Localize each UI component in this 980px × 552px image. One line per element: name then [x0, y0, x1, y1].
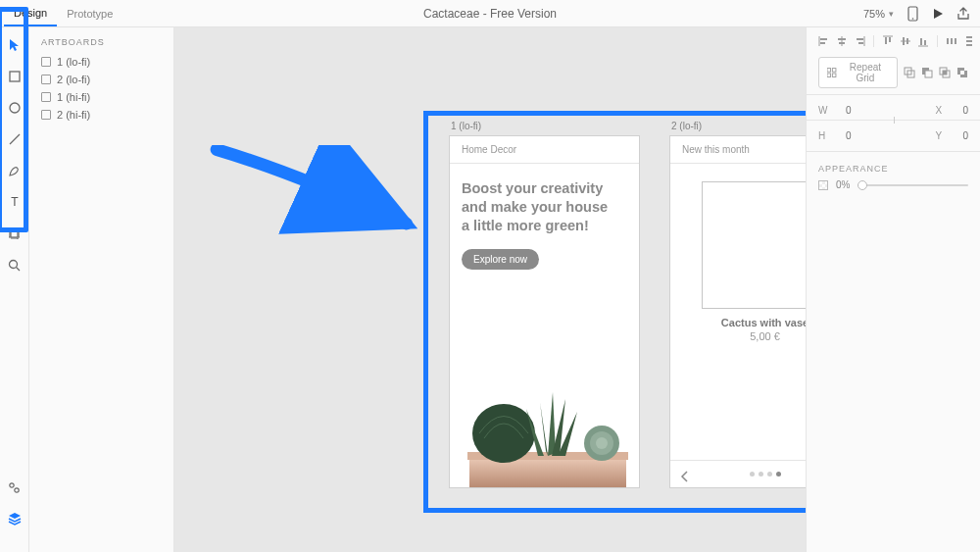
appearance-header: APPEARANCE — [818, 164, 968, 174]
repeat-grid-label: Repeat Grid — [842, 62, 889, 83]
mode-tabs: Design Prototype — [4, 0, 122, 26]
rectangle-tool-icon[interactable] — [7, 69, 23, 84]
svg-rect-6 — [11, 230, 18, 237]
y-label: Y — [935, 130, 945, 141]
artboard-item[interactable]: 2 (hi-fi) — [29, 106, 173, 124]
opacity-value[interactable]: 0% — [836, 179, 850, 190]
tab-prototype[interactable]: Prototype — [57, 0, 122, 26]
artboard-tool-icon[interactable] — [7, 226, 23, 241]
svg-rect-51 — [943, 71, 947, 75]
opacity-swatch-icon — [818, 180, 828, 190]
boolean-add-icon[interactable] — [904, 67, 915, 78]
svg-rect-18 — [820, 38, 827, 40]
svg-rect-44 — [832, 73, 836, 76]
zoom-tool-icon[interactable] — [7, 257, 23, 273]
svg-point-3 — [10, 103, 20, 113]
distribute-v-icon[interactable] — [963, 35, 975, 47]
device-preview-icon[interactable] — [906, 7, 919, 21]
h-value[interactable]: 0 — [846, 130, 852, 141]
chevron-down-icon: ▾ — [889, 9, 894, 19]
artboard-2[interactable]: 2 (lo-fi) New this month ••• Cactus with… — [669, 121, 806, 488]
phone-footer — [670, 460, 806, 487]
artboard-icon — [41, 110, 51, 120]
svg-rect-24 — [857, 38, 863, 40]
artboard-item[interactable]: 2 (lo-fi) — [29, 71, 173, 88]
svg-point-1 — [911, 18, 913, 20]
product-title: Cactus with vase — [682, 317, 806, 328]
canvas[interactable]: 1 (lo-fi) Home Decor Boost your creativi… — [174, 27, 806, 552]
align-bottom-icon[interactable] — [917, 35, 929, 47]
svg-rect-35 — [947, 38, 949, 44]
align-hcenter-icon[interactable] — [836, 35, 848, 47]
assets-icon[interactable] — [7, 479, 23, 495]
phone-header: New this month ••• — [670, 136, 806, 164]
artboards-panel: ARTBOARDS 1 (lo-fi) 2 (lo-fi) 1 (hi-fi) … — [29, 27, 174, 552]
boolean-intersect-icon[interactable] — [939, 67, 951, 78]
h-label: H — [818, 130, 828, 141]
repeat-grid-button[interactable]: Repeat Grid — [818, 57, 898, 88]
select-tool-icon[interactable] — [7, 37, 23, 53]
artboard-item[interactable]: 1 (lo-fi) — [29, 53, 173, 71]
svg-rect-31 — [906, 38, 908, 44]
opacity-slider[interactable] — [858, 184, 968, 186]
text-tool-icon[interactable]: T — [7, 194, 23, 210]
artboard-item[interactable]: 1 (hi-fi) — [29, 88, 173, 106]
artboard-icon — [41, 92, 51, 102]
line-tool-icon[interactable] — [7, 131, 23, 147]
svg-rect-28 — [889, 37, 891, 42]
layers-icon[interactable] — [7, 511, 23, 527]
svg-point-16 — [596, 437, 608, 449]
phone-frame: New this month ••• Cactus with vase 5,00… — [669, 135, 806, 488]
svg-rect-42 — [832, 68, 836, 72]
align-top-icon[interactable] — [882, 35, 894, 47]
svg-point-13 — [472, 404, 535, 463]
artboard-label: 2 (lo-fi) — [671, 121, 806, 131]
w-value[interactable]: 0 — [846, 105, 852, 116]
svg-line-8 — [17, 267, 21, 271]
ellipse-tool-icon[interactable] — [7, 100, 23, 116]
inspector-panel: Repeat Grid W 0 X 0 H 0 Y 0 APPEARANC — [806, 27, 980, 552]
align-icons-row — [818, 35, 968, 47]
svg-point-10 — [15, 487, 19, 491]
zoom-control[interactable]: 75% ▾ — [863, 8, 894, 20]
svg-rect-37 — [955, 38, 956, 44]
svg-rect-41 — [827, 68, 831, 72]
x-value[interactable]: 0 — [962, 105, 968, 116]
svg-text:T: T — [11, 196, 19, 208]
align-vcenter-icon[interactable] — [900, 35, 911, 47]
prev-arrow-icon[interactable] — [680, 469, 692, 480]
boolean-subtract-icon[interactable] — [921, 67, 933, 78]
hero-title: Boost your creativity and make your hous… — [462, 179, 627, 235]
svg-rect-33 — [920, 38, 922, 45]
svg-rect-30 — [903, 37, 905, 45]
svg-rect-38 — [966, 36, 972, 38]
artboard-1[interactable]: 1 (lo-fi) Home Decor Boost your creativi… — [449, 121, 640, 488]
svg-rect-27 — [885, 37, 887, 44]
artboard-label: 1 (lo-fi) — [451, 121, 640, 131]
product-price: 5,00 € — [682, 330, 806, 342]
artboard-item-label: 2 (lo-fi) — [57, 74, 90, 85]
pen-tool-icon[interactable] — [7, 163, 23, 178]
tab-design[interactable]: Design — [4, 0, 57, 26]
distribute-h-icon[interactable] — [946, 35, 957, 47]
artboard-item-label: 2 (hi-fi) — [57, 109, 90, 121]
svg-rect-43 — [827, 73, 831, 76]
align-left-icon[interactable] — [818, 35, 830, 47]
artboard-icon — [41, 57, 51, 67]
artboard-item-label: 1 (hi-fi) — [57, 91, 90, 103]
phone-header-title: New this month — [682, 144, 750, 155]
phone-frame: Home Decor Boost your creativity and mak… — [449, 135, 640, 488]
phone-header-title: Home Decor — [462, 144, 516, 155]
boolean-exclude-icon[interactable] — [956, 67, 968, 78]
artboard-icon — [41, 75, 51, 84]
y-value[interactable]: 0 — [962, 130, 968, 141]
explore-button[interactable]: Explore now — [462, 249, 539, 270]
svg-rect-19 — [820, 42, 825, 44]
zoom-value: 75% — [863, 8, 885, 20]
svg-point-9 — [10, 482, 14, 486]
svg-rect-36 — [951, 38, 953, 44]
play-icon[interactable] — [931, 7, 945, 21]
artboards-header: ARTBOARDS — [29, 37, 173, 53]
align-right-icon[interactable] — [854, 35, 865, 47]
share-icon[interactable] — [956, 7, 970, 21]
